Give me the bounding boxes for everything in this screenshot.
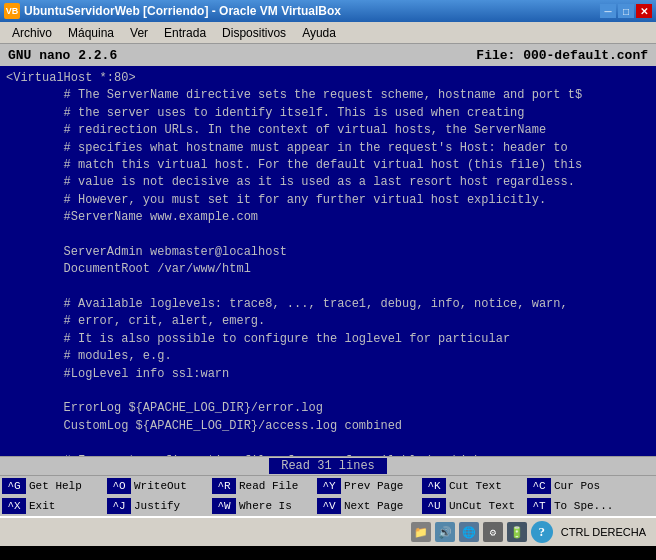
shortcut-whereis[interactable]: ^W Where Is <box>212 497 317 515</box>
shortcut-key-writeout: ^O <box>107 478 131 494</box>
shortcut-bar-row2: ^X Exit ^J Justify ^W Where Is ^V Next P… <box>0 496 656 516</box>
shortcut-gethelp[interactable]: ^G Get Help <box>2 477 107 495</box>
shortcut-key-cuttext: ^K <box>422 478 446 494</box>
nano-filename: File: 000-default.conf <box>476 48 648 63</box>
shortcut-justify[interactable]: ^J Justify <box>107 497 212 515</box>
menu-dispositivos[interactable]: Dispositivos <box>214 24 294 42</box>
shortcut-cuttext[interactable]: ^K Cut Text <box>422 477 527 495</box>
shortcut-bar-row1: ^G Get Help ^O WriteOut ^R Read File ^Y … <box>0 476 656 496</box>
taskbar-help-icon[interactable]: ? <box>531 521 553 543</box>
menu-ayuda[interactable]: Ayuda <box>294 24 344 42</box>
menubar: Archivo Máquina Ver Entrada Dispositivos… <box>0 22 656 44</box>
shortcut-label-justify: Justify <box>131 500 183 512</box>
shortcut-key-tospell: ^T <box>527 498 551 514</box>
shortcut-label-uncut: UnCut Text <box>446 500 518 512</box>
taskbar: 📁 🔊 🌐 ⚙ 🔋 ? CTRL DERECHA <box>0 516 656 546</box>
shortcut-key-gethelp: ^G <box>2 478 26 494</box>
close-button[interactable]: ✕ <box>636 4 652 18</box>
shortcut-key-uncut: ^U <box>422 498 446 514</box>
shortcut-key-justify: ^J <box>107 498 131 514</box>
taskbar-icon-folder[interactable]: 📁 <box>411 522 431 542</box>
status-bar: Read 31 lines <box>0 456 656 476</box>
shortcut-curpos[interactable]: ^C Cur Pos <box>527 477 632 495</box>
shortcut-label-readfile: Read File <box>236 480 301 492</box>
shortcut-nextpage[interactable]: ^V Next Page <box>317 497 422 515</box>
maximize-button[interactable]: □ <box>618 4 634 18</box>
taskbar-icon-sound[interactable]: 🔊 <box>435 522 455 542</box>
shortcut-exit[interactable]: ^X Exit <box>2 497 107 515</box>
shortcut-tospell[interactable]: ^T To Spe... <box>527 497 632 515</box>
nano-version: GNU nano 2.2.6 <box>8 48 117 63</box>
shortcut-label-curpos: Cur Pos <box>551 480 603 492</box>
taskbar-time: CTRL DERECHA <box>557 526 650 538</box>
shortcut-label-writeout: WriteOut <box>131 480 190 492</box>
shortcut-label-tospell: To Spe... <box>551 500 616 512</box>
shortcut-writeout[interactable]: ^O WriteOut <box>107 477 212 495</box>
menu-maquina[interactable]: Máquina <box>60 24 122 42</box>
shortcut-label-prevpage: Prev Page <box>341 480 406 492</box>
shortcut-label-cuttext: Cut Text <box>446 480 505 492</box>
status-message: Read 31 lines <box>269 458 387 474</box>
shortcut-key-exit: ^X <box>2 498 26 514</box>
taskbar-icon-settings[interactable]: ⚙ <box>483 522 503 542</box>
app-icon: VB <box>4 3 20 19</box>
shortcut-label-exit: Exit <box>26 500 58 512</box>
editor-area[interactable]: <VirtualHost *:80> # The ServerName dire… <box>0 66 656 456</box>
shortcut-readfile[interactable]: ^R Read File <box>212 477 317 495</box>
menu-archivo[interactable]: Archivo <box>4 24 60 42</box>
menu-entrada[interactable]: Entrada <box>156 24 214 42</box>
window-controls: ─ □ ✕ <box>600 4 652 18</box>
shortcut-uncut[interactable]: ^U UnCut Text <box>422 497 527 515</box>
shortcut-label-gethelp: Get Help <box>26 480 85 492</box>
shortcut-prevpage[interactable]: ^Y Prev Page <box>317 477 422 495</box>
shortcut-key-readfile: ^R <box>212 478 236 494</box>
taskbar-icon-network[interactable]: 🌐 <box>459 522 479 542</box>
titlebar: VB UbuntuServidorWeb [Corriendo] - Oracl… <box>0 0 656 22</box>
menu-ver[interactable]: Ver <box>122 24 156 42</box>
window-title: UbuntuServidorWeb [Corriendo] - Oracle V… <box>24 4 341 18</box>
minimize-button[interactable]: ─ <box>600 4 616 18</box>
shortcut-key-curpos: ^C <box>527 478 551 494</box>
titlebar-left: VB UbuntuServidorWeb [Corriendo] - Oracl… <box>4 3 341 19</box>
shortcut-key-nextpage: ^V <box>317 498 341 514</box>
taskbar-icon-battery[interactable]: 🔋 <box>507 522 527 542</box>
shortcut-label-nextpage: Next Page <box>341 500 406 512</box>
nano-header: GNU nano 2.2.6 File: 000-default.conf <box>0 44 656 66</box>
shortcut-label-whereis: Where Is <box>236 500 295 512</box>
shortcut-key-prevpage: ^Y <box>317 478 341 494</box>
shortcut-key-whereis: ^W <box>212 498 236 514</box>
